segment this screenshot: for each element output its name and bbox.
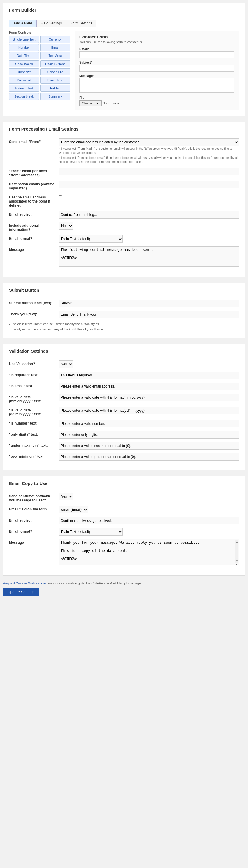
send-email-hint2: * If you select "from customer email" th… bbox=[59, 156, 239, 164]
email-field-label: Email field on the form bbox=[9, 506, 56, 512]
tab-field-settings[interactable]: Field Settings bbox=[37, 20, 66, 27]
is-valid-date-mdy-label: "is valid date (mm/dd/yyyy)" text: bbox=[9, 394, 56, 403]
copy-email-format-select[interactable]: Plain Text (default) HTML bbox=[59, 528, 123, 535]
tab-form-settings[interactable]: Form Settings bbox=[66, 20, 96, 27]
destination-emails-input[interactable] bbox=[59, 181, 239, 188]
is-number-label: "is number" text: bbox=[9, 420, 56, 425]
ctrl-password[interactable]: Password bbox=[9, 76, 39, 84]
use-validation-select[interactable]: Yes No bbox=[59, 361, 73, 368]
preview-email-label: Email* bbox=[79, 47, 234, 51]
ctrl-hidden[interactable]: Hidden bbox=[40, 85, 70, 92]
copy-message-value: Thank you for your message. We will repl… bbox=[59, 539, 239, 566]
ctrl-dropdown[interactable]: Dropdown bbox=[9, 68, 39, 75]
include-additional-label: Include additional information? bbox=[9, 222, 56, 231]
copy-email-format-value: Plain Text (default) HTML bbox=[59, 528, 239, 535]
preview-subject-input[interactable] bbox=[79, 65, 234, 72]
preview-form-title: Contact Form bbox=[79, 34, 234, 39]
send-email-from-select[interactable]: From the email address indicated by the … bbox=[59, 138, 239, 146]
copy-email-subject-input[interactable] bbox=[59, 517, 239, 524]
is-email-input[interactable] bbox=[59, 382, 239, 390]
send-email-from-value: From the email address indicated by the … bbox=[59, 138, 239, 164]
use-validation-label: Use Validation? bbox=[9, 361, 56, 366]
ctrl-checkboxes[interactable]: Checkboxes bbox=[9, 60, 39, 67]
tab-add-field[interactable]: Add a Field bbox=[9, 20, 37, 27]
copy-email-format-row: Email format? Plain Text (default) HTML bbox=[9, 528, 239, 535]
destination-emails-label: Destination emails (comma separated) bbox=[9, 181, 56, 190]
is-number-input[interactable] bbox=[59, 420, 239, 428]
email-format-select[interactable]: Plain Text (default) HTML bbox=[59, 235, 123, 243]
use-email-address-value bbox=[59, 194, 239, 200]
copy-message-textarea[interactable]: Thank you for your message. We will repl… bbox=[59, 539, 239, 565]
send-confirmation-select[interactable]: Yes No bbox=[59, 493, 73, 500]
ctrl-instruct-text[interactable]: Instruct. Text bbox=[9, 85, 39, 92]
ctrl-phone-field[interactable]: Phone field bbox=[40, 76, 70, 84]
message-textarea[interactable]: The following contact message has been s… bbox=[59, 246, 239, 267]
ctrl-currency[interactable]: Currency bbox=[40, 36, 70, 43]
preview-email-input[interactable] bbox=[79, 51, 234, 58]
email-subject-input[interactable] bbox=[59, 211, 239, 219]
submit-note-2: - The styles can be applied into any of … bbox=[9, 327, 239, 332]
preview-message-textarea[interactable] bbox=[79, 78, 234, 93]
form-builder-section: Form Builder Add a Field Field Settings … bbox=[3, 3, 245, 116]
ctrl-date-time[interactable]: Date Time bbox=[9, 52, 39, 59]
preview-message-label: Message* bbox=[79, 74, 234, 78]
only-digits-label: "only digits" text: bbox=[9, 431, 56, 436]
ctrl-text-area[interactable]: Text Area bbox=[40, 52, 70, 59]
request-modifications-link[interactable]: Request Custom Modifications bbox=[3, 582, 46, 585]
is-valid-date-dmy-input[interactable] bbox=[59, 407, 239, 414]
bottom-links: Request Custom Modifications For more in… bbox=[3, 582, 245, 585]
form-controls-panel: Form Controls Single Line Text Currency … bbox=[9, 31, 70, 110]
over-minimum-input[interactable] bbox=[59, 453, 239, 461]
from-email-label: "From" email (for fixed "from" addresses… bbox=[9, 167, 56, 177]
preview-file-area: File Choose File No fi...osen bbox=[79, 96, 234, 106]
ctrl-radio-buttons[interactable]: Radio Buttons bbox=[40, 60, 70, 67]
ctrl-upload-file[interactable]: Upload File bbox=[40, 68, 70, 75]
copy-message-label: Message bbox=[9, 539, 56, 545]
is-valid-date-dmy-label: "is valid date (dd/mm/yyyy)" text: bbox=[9, 407, 56, 416]
scrollbar[interactable]: ▲ ▼ bbox=[235, 539, 238, 563]
use-validation-value: Yes No bbox=[59, 361, 239, 368]
submit-label-label: Submit button label (text): bbox=[9, 300, 56, 305]
thank-you-row: Thank you (text): bbox=[9, 311, 239, 318]
is-valid-date-dmy-row: "is valid date (dd/mm/yyyy)" text: bbox=[9, 407, 239, 416]
is-required-input[interactable] bbox=[59, 372, 239, 379]
submit-label-value bbox=[59, 300, 239, 307]
include-additional-select[interactable]: No Yes bbox=[59, 222, 73, 229]
is-required-value bbox=[59, 372, 239, 379]
email-settings-section: Form Processing / Email Settings Send em… bbox=[3, 122, 245, 277]
ctrl-number[interactable]: Number bbox=[9, 44, 39, 51]
under-maximum-input[interactable] bbox=[59, 442, 239, 450]
submit-label-input[interactable] bbox=[59, 300, 239, 307]
submit-notes: - The class="pbSubmit" can be used to mo… bbox=[9, 322, 239, 332]
form-builder-title: Form Builder bbox=[9, 7, 239, 15]
include-additional-value: No Yes bbox=[59, 222, 239, 229]
send-confirmation-row: Send confirmation/thank you message to u… bbox=[9, 493, 239, 502]
is-valid-date-mdy-value bbox=[59, 394, 239, 401]
is-required-label: "is required" text: bbox=[9, 372, 56, 377]
is-valid-date-mdy-input[interactable] bbox=[59, 394, 239, 401]
thank-you-input[interactable] bbox=[59, 311, 239, 318]
email-copy-section: Email Copy to User Send confirmation/tha… bbox=[3, 476, 245, 576]
is-email-label: "is email" text: bbox=[9, 382, 56, 388]
update-settings-button[interactable]: Update Settings bbox=[3, 588, 39, 596]
validation-section: Validation Settings Use Validation? Yes … bbox=[3, 344, 245, 470]
is-required-row: "is required" text: bbox=[9, 372, 239, 379]
use-email-address-checkbox[interactable] bbox=[59, 195, 62, 199]
email-field-select[interactable]: email (Email) bbox=[59, 506, 88, 514]
choose-file-button[interactable]: Choose File bbox=[79, 100, 102, 106]
controls-grid: Single Line Text Currency Number Email D… bbox=[9, 36, 70, 100]
email-format-row: Email format? Plain Text (default) HTML bbox=[9, 235, 239, 243]
only-digits-input[interactable] bbox=[59, 431, 239, 438]
thank-you-value bbox=[59, 311, 239, 318]
is-valid-date-mdy-row: "is valid date (mm/dd/yyyy)" text: bbox=[9, 394, 239, 403]
over-minimum-value bbox=[59, 453, 239, 461]
from-email-input[interactable] bbox=[59, 167, 239, 175]
ctrl-section-break[interactable]: Section break bbox=[9, 93, 39, 100]
submit-note-1: - The class="pbSubmit" can be used to mo… bbox=[9, 322, 239, 327]
ctrl-summary[interactable]: Summary bbox=[40, 93, 70, 100]
preview-form-desc: You can use the following form to contac… bbox=[79, 40, 234, 44]
is-valid-date-dmy-value bbox=[59, 407, 239, 414]
submit-button-section: Submit Button Submit button label (text)… bbox=[3, 283, 245, 338]
ctrl-email[interactable]: Email bbox=[40, 44, 70, 51]
ctrl-single-line-text[interactable]: Single Line Text bbox=[9, 36, 39, 43]
